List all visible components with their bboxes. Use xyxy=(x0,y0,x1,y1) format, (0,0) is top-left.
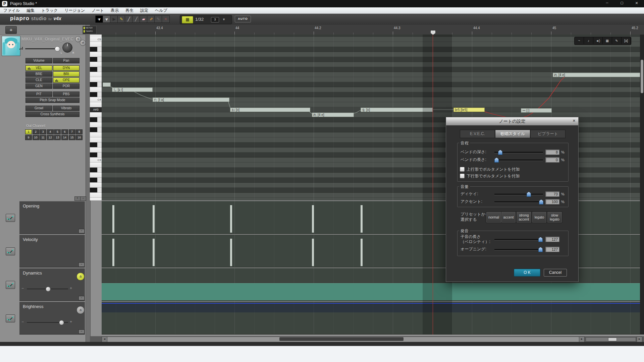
piano-key-A#4[interactable] xyxy=(90,47,102,52)
grid-snap-button[interactable]: ▦ xyxy=(182,16,193,23)
mute-button[interactable]: M xyxy=(80,40,86,46)
menu-item-1[interactable]: 編集 xyxy=(23,8,38,13)
note[interactable]: し [ɕ i] xyxy=(112,87,153,92)
ok-button[interactable]: O K xyxy=(514,269,540,277)
param-button-ope[interactable]: OPE xyxy=(53,77,79,83)
piano-key-B3[interactable] xyxy=(90,102,102,107)
add-track-button[interactable]: + xyxy=(5,26,17,34)
piano-key-C#4[interactable] xyxy=(90,92,102,97)
hscroll-thumb[interactable] xyxy=(279,337,404,341)
cross-synthesis-button[interactable]: Cross Synthesis xyxy=(25,112,79,117)
cancel-button[interactable]: Cancel xyxy=(544,269,567,277)
meter-tempo-box[interactable]: METER TEMPO xyxy=(83,26,97,34)
preset-button-0[interactable]: normal xyxy=(486,212,501,223)
decay-value[interactable]: 73 xyxy=(545,191,559,197)
preset-button-2[interactable]: strong accent xyxy=(516,212,532,223)
opening-value[interactable]: 127 xyxy=(545,247,559,252)
lane-slider-plus[interactable]: + xyxy=(70,319,72,324)
piano-key-B2[interactable] xyxy=(90,163,102,168)
opening-slider-track[interactable] xyxy=(494,249,543,250)
out-channel-13[interactable]: 13 xyxy=(54,135,61,140)
note[interactable]: れ [4 e] xyxy=(553,73,640,77)
out-channel-11[interactable]: 11 xyxy=(40,135,46,140)
piano-key-A#3[interactable]: A#3 xyxy=(90,107,102,112)
out-channel-5[interactable]: 5 xyxy=(54,129,61,134)
out-channel-8[interactable]: 8 xyxy=(76,129,83,134)
piano-key-A4[interactable] xyxy=(90,52,102,57)
lane-data-brightness[interactable] xyxy=(102,302,640,335)
volume-slider-thumb[interactable] xyxy=(55,46,60,52)
piano-key-F3[interactable] xyxy=(90,132,102,137)
piano-key-G#4[interactable] xyxy=(90,57,102,62)
lane-slider-minus[interactable]: − xyxy=(21,319,24,324)
menu-item-5[interactable]: 表示 xyxy=(107,8,122,13)
out-channel-4[interactable]: 4 xyxy=(47,129,54,134)
vertical-scrollbar-thumb[interactable] xyxy=(641,60,643,93)
snap-value[interactable]: 1/32 xyxy=(195,17,204,22)
lane-auto-button[interactable]: a xyxy=(76,306,85,314)
piano-key-E2[interactable] xyxy=(90,198,102,200)
lane-bar[interactable] xyxy=(361,205,363,233)
preset-button-3[interactable]: legato xyxy=(532,212,547,223)
curve-line-tool[interactable]: ╱ xyxy=(132,15,140,23)
piano-key-G3[interactable] xyxy=(90,122,102,127)
piano-key-C4[interactable]: C4 xyxy=(90,97,102,102)
maximize-button[interactable]: ▢ xyxy=(615,1,629,5)
delete-tool-disabled[interactable]: ✕ xyxy=(162,15,170,23)
piano-key-E4[interactable] xyxy=(90,77,102,82)
lane-bar[interactable] xyxy=(312,239,314,266)
piano-key-D#4[interactable] xyxy=(90,82,102,87)
hscroll-left-arrow[interactable]: ◄ xyxy=(102,337,107,342)
lane-bar[interactable] xyxy=(361,239,363,266)
note-curve-icon[interactable]: ♪ xyxy=(584,37,593,44)
track-name[interactable]: MIKU_V4X_Original_EVEC xyxy=(21,37,74,42)
param-button-cle[interactable]: CLE xyxy=(25,77,52,83)
menu-item-3[interactable]: リージョン xyxy=(61,8,88,13)
close-button[interactable]: ✕ xyxy=(630,1,643,5)
piano-key-C3[interactable]: C3 xyxy=(90,158,102,163)
lane-slider-thumb[interactable] xyxy=(46,287,51,292)
consonant-length-value[interactable]: 127 xyxy=(545,237,559,242)
piano-key-F2[interactable] xyxy=(90,193,102,198)
lane-slider-minus[interactable]: − xyxy=(21,286,24,291)
out-channel-1[interactable]: 1 xyxy=(25,129,32,134)
pan-knob[interactable] xyxy=(62,43,72,53)
piano-keyboard[interactable]: C5C4A#3C3 xyxy=(90,35,102,200)
lane-collapse-button[interactable]: − xyxy=(78,329,85,334)
param-button-por[interactable]: POR xyxy=(53,83,79,89)
matrix-icon[interactable]: ▦ xyxy=(603,37,612,44)
triplet-toggle[interactable]: 3 xyxy=(211,17,219,22)
glue-tool[interactable]: ✎ xyxy=(147,15,155,23)
piano-key-F#4[interactable] xyxy=(90,67,102,72)
note-selected[interactable]: br5 [br5] xyxy=(453,108,485,112)
out-channel-7[interactable]: 7 xyxy=(69,129,75,134)
lane-slider-thumb[interactable] xyxy=(59,320,64,325)
piano-key-A3[interactable] xyxy=(90,112,102,117)
lane-remove-button[interactable]: − xyxy=(80,196,86,201)
out-channel-2[interactable]: 2 xyxy=(33,129,39,134)
piano-key-C5[interactable]: C5 xyxy=(90,37,102,42)
param-button-bre[interactable]: BRE xyxy=(25,71,52,77)
menu-item-2[interactable]: トラック xyxy=(38,8,61,13)
note[interactable]: お [o] xyxy=(230,108,310,112)
pencil-tool[interactable]: ✎ xyxy=(117,15,125,23)
lane-collapse-button[interactable]: − xyxy=(78,296,85,300)
out-channel-9[interactable]: 9 xyxy=(25,135,32,140)
piano-key-F4[interactable] xyxy=(90,72,102,77)
line-tool[interactable]: ╱ xyxy=(125,15,133,23)
lane-curve-button-brightness[interactable] xyxy=(6,314,15,322)
hzoom-right-arrow[interactable]: ► xyxy=(637,337,642,342)
accent-slider-track[interactable] xyxy=(494,201,543,203)
pitch-snap-mode-button[interactable]: Pitch Snap Mode xyxy=(25,98,79,103)
lane-curve-button-opening[interactable] xyxy=(6,214,15,222)
hscroll-right-arrow[interactable]: ► xyxy=(579,337,585,342)
lane-bar[interactable] xyxy=(112,239,114,266)
portamento-checkbox-0[interactable] xyxy=(460,167,465,172)
note[interactable]: れ [4 e] xyxy=(312,113,354,117)
preset-button-1[interactable]: accent xyxy=(501,212,516,223)
decay-slider-track[interactable] xyxy=(494,194,543,195)
menu-item-7[interactable]: 設定 xyxy=(137,8,152,13)
volume-param-button[interactable]: Volume xyxy=(25,58,52,63)
note[interactable] xyxy=(103,82,111,87)
lane-curve-button-dynamics[interactable] xyxy=(6,281,15,289)
